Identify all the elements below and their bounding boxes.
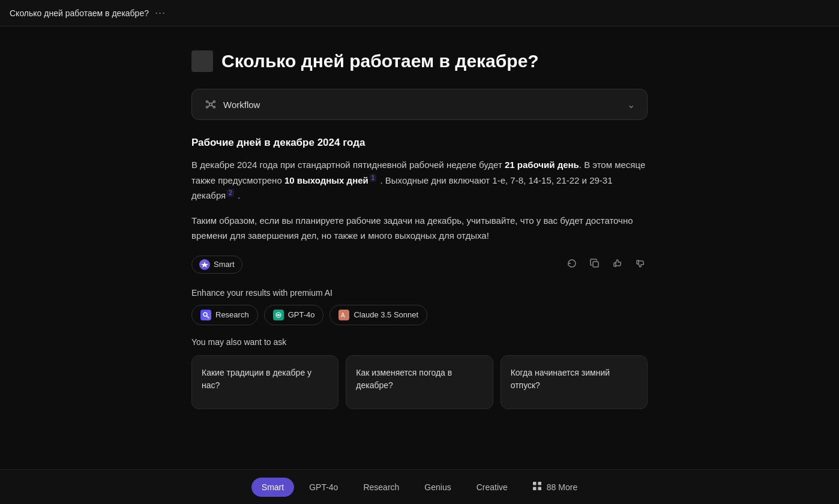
suggestion-text-2: Как изменяется погода в декабре? bbox=[356, 367, 483, 392]
bottom-tab-genius[interactable]: Genius bbox=[414, 478, 461, 497]
svg-rect-10 bbox=[593, 262, 598, 267]
answer-text-1a: В декабре 2024 года при стандартной пяти… bbox=[191, 160, 505, 170]
smart-badge-icon bbox=[199, 259, 210, 270]
answer-bold-1: 21 рабочий день bbox=[505, 160, 579, 170]
premium-claude-button[interactable]: A Claude 3.5 Sonnet bbox=[329, 305, 427, 325]
svg-rect-17 bbox=[533, 487, 537, 491]
answer-section: Рабочие дней в декабре 2024 года В декаб… bbox=[191, 137, 648, 244]
smart-badge[interactable]: Smart bbox=[191, 256, 242, 274]
svg-point-3 bbox=[206, 106, 208, 108]
workflow-label: Workflow bbox=[223, 100, 260, 110]
topbar: Сколько дней работаем в декабре? ··· bbox=[0, 0, 839, 26]
bottom-tab-research[interactable]: Research bbox=[353, 478, 409, 497]
svg-point-2 bbox=[214, 101, 215, 103]
claude-btn-icon: A bbox=[338, 310, 349, 320]
svg-line-8 bbox=[212, 105, 214, 107]
answer-paragraph-2: Таким образом, если вы планируете рабочи… bbox=[191, 213, 648, 244]
bottom-tab-creative[interactable]: Creative bbox=[466, 478, 518, 497]
svg-point-1 bbox=[206, 101, 208, 103]
bottom-tab-more[interactable]: 88 More bbox=[523, 477, 588, 497]
svg-text:A: A bbox=[341, 312, 345, 319]
svg-point-4 bbox=[214, 106, 215, 108]
answer-text-1d: . bbox=[235, 190, 240, 200]
action-bar: Smart bbox=[191, 256, 648, 274]
svg-line-5 bbox=[208, 102, 210, 104]
suggestion-text-1: Какие традиции в декабре у нас? bbox=[202, 367, 328, 392]
answer-superscript-2: 2 bbox=[227, 189, 234, 197]
premium-buttons: Research GPT-4o A bbox=[191, 305, 648, 325]
suggestion-card-3[interactable]: Когда начинается зимний отпуск? bbox=[501, 355, 648, 409]
workflow-box[interactable]: Workflow ⌄ bbox=[191, 89, 648, 120]
research-btn-label: Research bbox=[215, 310, 249, 319]
answer-bold-2: 10 выходных дней bbox=[284, 175, 368, 185]
svg-rect-18 bbox=[538, 487, 541, 491]
question-icon bbox=[191, 50, 213, 72]
thumbs-up-icon[interactable] bbox=[610, 256, 625, 273]
gpt4o-btn-label: GPT-4o bbox=[288, 310, 315, 319]
topbar-title: Сколько дней работаем в декабре? bbox=[10, 8, 149, 18]
svg-line-7 bbox=[208, 105, 210, 107]
thumbs-down-icon[interactable] bbox=[633, 256, 648, 273]
claude-btn-label: Claude 3.5 Sonnet bbox=[353, 310, 418, 319]
bottom-bar: Smart GPT-4o Research Genius Creative 88… bbox=[0, 469, 839, 504]
suggestion-text-3: Когда начинается зимний отпуск? bbox=[511, 367, 637, 392]
main-content: Сколько дней работаем в декабре? bbox=[0, 26, 839, 469]
suggestions-section: You may also want to ask Какие традиции … bbox=[191, 337, 648, 409]
more-label: 88 More bbox=[547, 482, 577, 492]
workflow-icon bbox=[204, 98, 217, 111]
bottom-tab-gpt4o[interactable]: GPT-4o bbox=[299, 478, 348, 497]
suggestions-label: You may also want to ask bbox=[191, 337, 648, 347]
refresh-icon[interactable] bbox=[565, 256, 579, 273]
svg-marker-9 bbox=[201, 262, 208, 268]
suggestion-card-1[interactable]: Какие традиции в декабре у нас? bbox=[191, 355, 338, 409]
copy-icon[interactable] bbox=[588, 256, 602, 273]
svg-line-12 bbox=[207, 316, 209, 318]
gpt4o-btn-icon bbox=[273, 310, 284, 320]
content-wrapper: Сколько дней работаем в декабре? bbox=[191, 50, 648, 421]
smart-badge-label: Smart bbox=[214, 260, 235, 269]
svg-rect-16 bbox=[538, 482, 541, 485]
premium-label: Enhance your results with premium AI bbox=[191, 288, 648, 298]
question-header: Сколько дней работаем в декабре? bbox=[191, 50, 648, 72]
svg-line-6 bbox=[212, 102, 214, 104]
answer-superscript-1: 1 bbox=[370, 174, 377, 182]
workflow-left: Workflow bbox=[204, 98, 260, 111]
premium-gpt4o-button[interactable]: GPT-4o bbox=[264, 305, 324, 325]
topbar-menu-icon[interactable]: ··· bbox=[155, 7, 166, 19]
bottom-tab-smart[interactable]: Smart bbox=[251, 478, 294, 497]
premium-research-button[interactable]: Research bbox=[191, 305, 258, 325]
premium-section: Enhance your results with premium AI Res… bbox=[191, 288, 648, 325]
research-btn-icon bbox=[200, 310, 211, 320]
suggestions-grid: Какие традиции в декабре у нас? Как изме… bbox=[191, 355, 648, 409]
suggestion-card-2[interactable]: Как изменяется погода в декабре? bbox=[346, 355, 493, 409]
answer-heading: Рабочие дней в декабре 2024 года bbox=[191, 137, 648, 149]
svg-rect-15 bbox=[533, 482, 537, 485]
answer-paragraph-1: В декабре 2024 года при стандартной пяти… bbox=[191, 157, 648, 203]
action-icons bbox=[565, 256, 648, 273]
question-title: Сколько дней работаем в декабре? bbox=[221, 50, 539, 72]
chevron-down-icon: ⌄ bbox=[627, 99, 635, 110]
grid-icon bbox=[533, 482, 541, 492]
